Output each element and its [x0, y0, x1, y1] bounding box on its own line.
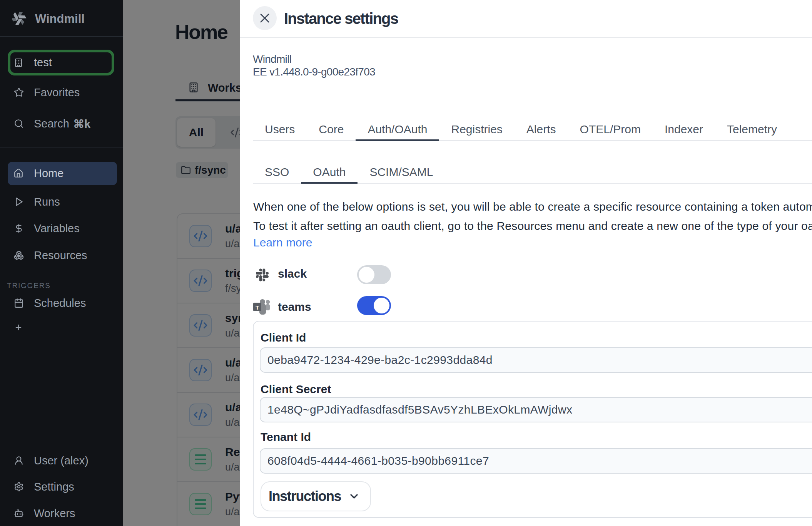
- svg-text:T: T: [256, 304, 259, 311]
